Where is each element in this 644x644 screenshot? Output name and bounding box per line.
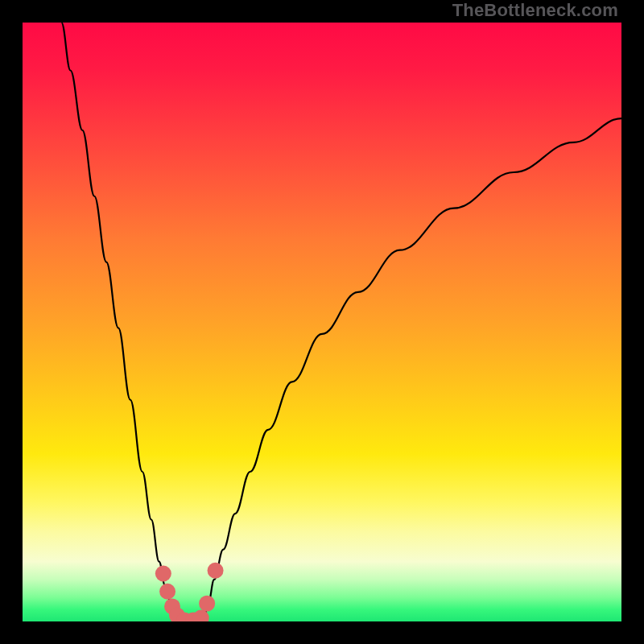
valley-marker <box>199 596 215 612</box>
valley-marker <box>208 563 224 579</box>
curve-right-branch <box>204 118 621 621</box>
chart-svg <box>23 23 621 621</box>
plot-area <box>23 23 621 621</box>
watermark-text: TheBottleneck.com <box>452 0 618 21</box>
valley-marker <box>159 584 175 600</box>
valley-marker <box>155 565 171 581</box>
valley-markers <box>155 563 224 621</box>
curve-left-branch <box>61 23 182 621</box>
outer-frame: TheBottleneck.com <box>0 0 644 644</box>
